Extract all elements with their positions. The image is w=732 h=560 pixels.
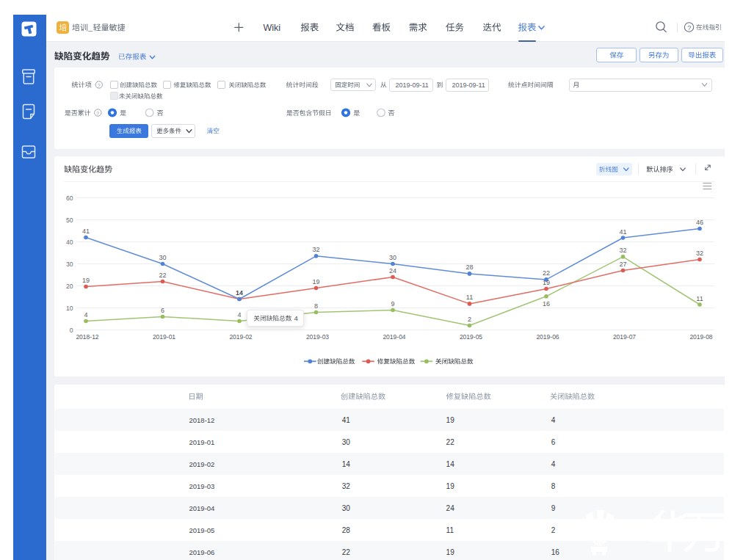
svg-text:4: 4 xyxy=(294,314,298,322)
svg-text:Wiki: Wiki xyxy=(264,23,281,33)
svg-text:?: ? xyxy=(96,110,99,117)
svg-text:?: ? xyxy=(687,24,691,32)
svg-text:2019-09-11: 2019-09-11 xyxy=(396,81,429,89)
svg-text:?: ? xyxy=(98,82,101,89)
svg-text:2019-09-11: 2019-09-11 xyxy=(452,81,485,89)
